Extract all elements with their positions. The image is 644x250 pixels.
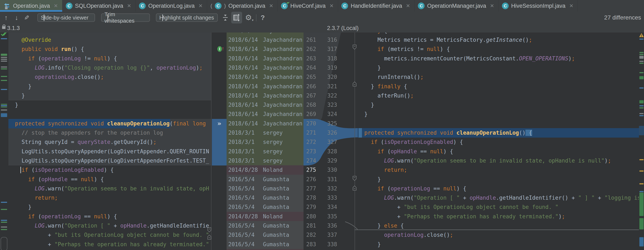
stripe-mark-blue[interactable] <box>640 88 644 89</box>
stripe-mark-blue[interactable] <box>640 191 644 192</box>
annotation-row[interactable]: 2018/3/1sergey <box>226 147 304 156</box>
code-line[interactable]: } <box>358 100 374 110</box>
annotation-row[interactable]: 2016/5/4Gumashta <box>226 240 304 249</box>
code-line[interactable]: if (metrics != null) { <box>358 44 450 54</box>
next-difference-button[interactable]: ↓ <box>12 12 21 23</box>
stripe-mark-green[interactable] <box>640 63 644 64</box>
code-line[interactable]: } <box>358 240 381 249</box>
annotation-row[interactable]: 2016/5/4Gumashta <box>226 202 304 212</box>
annotation-row[interactable]: 2018/3/1sergey <box>226 128 304 137</box>
stripe-mark-orange[interactable] <box>640 170 644 172</box>
tab-hivesessionimpl-java[interactable]: CHiveSessionImpl.java✕ <box>498 0 578 12</box>
code-line[interactable]: return; <box>358 165 407 175</box>
stripe-mark-green[interactable] <box>640 52 644 53</box>
code-line[interactable]: try { <box>358 32 387 35</box>
annotation-row[interactable]: 2018/6/14Jayachandran <box>226 44 304 54</box>
synchronize-scrolling-toggle[interactable] <box>231 12 242 23</box>
fold-region-marker[interactable] <box>207 227 212 233</box>
stripe-mark-biggreen[interactable] <box>640 218 644 230</box>
code-line[interactable]: } else { <box>358 221 404 231</box>
previous-difference-button[interactable]: ↑ <box>2 12 10 23</box>
annotation-row[interactable]: 2016/5/4Gumashta <box>226 193 304 203</box>
tab-close-icon[interactable]: ✕ <box>490 3 494 9</box>
collapse-unchanged-icon[interactable] <box>221 12 230 23</box>
code-line[interactable]: LOG.warn("Operation seems to be in inval… <box>358 156 611 165</box>
tab-operationmanager-java[interactable]: COperationManager.java✕ <box>414 0 498 12</box>
stripe-mark-blue[interactable] <box>640 115 644 116</box>
stripe-mark-gray[interactable] <box>640 113 644 114</box>
fold-region-marker[interactable] <box>352 44 357 50</box>
tab-handleidentifier-java[interactable]: CHandleIdentifier.java✕ <box>338 0 414 12</box>
annotation-row[interactable]: 2018/6/14Jayachandran <box>226 32 304 35</box>
code-line[interactable]: if (opHandle == null) { <box>358 147 453 156</box>
tab-operationlog-java[interactable]: COperationLog.java✕ <box>136 0 207 12</box>
help-button[interactable]: ? <box>258 12 267 23</box>
code-line[interactable]: + "but its OperationLog object cannot be… <box>358 202 558 212</box>
stripe-mark-green[interactable] <box>640 107 644 109</box>
annotation-row[interactable]: 2018/6/14Jayachandran <box>226 110 304 119</box>
tab-sqloperation-java[interactable]: CSQLOperation.java✕ <box>62 0 136 12</box>
stripe-mark-orange[interactable] <box>640 159 644 160</box>
annotation-row[interactable]: 2018/6/14Jayachandran <box>226 100 304 110</box>
annotation-row[interactable]: 2018/6/14Jayachandran <box>226 63 304 73</box>
tab-close-icon[interactable]: ✕ <box>269 3 273 9</box>
right-code-pane[interactable]: try { Metrics metrics = MetricsFactory.g… <box>358 32 639 250</box>
tab-close-icon[interactable]: ✕ <box>406 3 410 9</box>
annotation-row[interactable]: 2014/8/28Noland <box>226 165 304 175</box>
stripe-mark-gray[interactable] <box>640 56 644 59</box>
code-line[interactable]: } <box>358 110 368 119</box>
stripe-mark-blue[interactable] <box>640 39 644 40</box>
stripe-mark-green[interactable] <box>640 54 644 55</box>
annotation-row[interactable]: 2016/5/4Gumashta <box>226 175 304 184</box>
code-line[interactable]: protected synchronized void cleanupOpera… <box>358 128 532 137</box>
tab-hiveconf-java[interactable]: CHiveConf.java✕ <box>278 0 338 12</box>
code-line[interactable]: } <box>358 175 381 184</box>
stripe-mark-green[interactable] <box>640 72 644 73</box>
annotation-row[interactable]: 2018/3/1sergey <box>226 137 304 147</box>
stripe-mark-view[interactable] <box>639 126 644 135</box>
stripe-mark-orange[interactable] <box>640 183 644 184</box>
tab-operation-java[interactable]: (C)Operation.java✕ <box>207 0 278 12</box>
stripe-mark-gray[interactable] <box>640 61 644 62</box>
annotation-row[interactable]: 2018/6/14Jayachandran <box>226 72 304 82</box>
annotation-row[interactable]: 2016/5/4Gumashta <box>226 221 304 231</box>
code-line[interactable]: } finally { <box>358 82 407 91</box>
annotation-row[interactable]: 2016/5/4Gumashta <box>226 184 304 193</box>
annotation-row[interactable]: 2014/8/28Noland <box>226 212 304 221</box>
tab-close-icon[interactable]: ✕ <box>127 3 131 9</box>
annotation-row[interactable]: 2018/6/14Jayachandran <box>226 82 304 91</box>
code-line[interactable]: } <box>358 63 381 73</box>
annotation-row[interactable]: 2018/6/14Jayachandran <box>226 35 304 45</box>
stripe-mark-bigblue[interactable] <box>640 237 644 247</box>
fold-region-marker[interactable] <box>352 81 357 87</box>
fold-region-marker[interactable] <box>207 235 212 240</box>
code-line[interactable]: operationLog.close(); <box>358 230 453 240</box>
code-line[interactable]: runInternal(); <box>358 72 424 82</box>
edit-source-button[interactable]: ✎ <box>22 12 31 23</box>
right-error-stripe[interactable] <box>639 32 644 250</box>
stripe-mark-biggreen[interactable] <box>640 193 644 216</box>
code-line[interactable]: if (operationLog == null) { <box>358 184 466 193</box>
tab-operation-java[interactable]: Operation.java✕ <box>0 0 62 12</box>
dropdown-trim-whitespaces[interactable]: Trim whitespaces▾ <box>101 13 150 22</box>
code-line[interactable]: afterRun(); <box>358 91 414 101</box>
code-line[interactable]: if (isOperationLogEnabled) { <box>358 137 463 147</box>
code-line[interactable]: metrics.incrementCounter(MetricsConstant… <box>358 54 575 63</box>
stripe-mark-blue[interactable] <box>640 105 644 106</box>
annotation-row[interactable]: 2014/8/28Noland <box>226 249 304 250</box>
tab-close-icon[interactable]: ✕ <box>54 3 58 9</box>
dropdown-side-by-side-viewer[interactable]: Side-by-side viewer▾ <box>38 13 95 22</box>
annotation-row[interactable]: 2018/6/14Jayachandran <box>226 119 304 128</box>
warning-triangle-icon[interactable] <box>639 33 644 39</box>
tab-close-icon[interactable]: ✕ <box>198 3 202 9</box>
code-line[interactable]: LOG.warn("Operation [ " + opHandle.getHa… <box>358 193 639 203</box>
annotation-row[interactable]: 2018/3/1sergey <box>226 156 304 165</box>
annotation-row[interactable]: 2018/6/14Jayachandran <box>226 91 304 101</box>
annotation-row[interactable]: 2016/5/4Gumashta <box>226 230 304 240</box>
stripe-mark-biggreen[interactable] <box>640 76 644 79</box>
annotation-row[interactable]: 2018/6/14Jayachandran <box>226 54 304 63</box>
settings-gear-icon[interactable]: ⚙▾ <box>244 12 254 23</box>
code-line[interactable]: + "Perhaps the operation has already ter… <box>358 212 565 221</box>
dropdown-highlight-split-changes[interactable]: Highlight split changes▾ <box>156 13 218 22</box>
stripe-mark-biggreen[interactable] <box>640 100 644 103</box>
